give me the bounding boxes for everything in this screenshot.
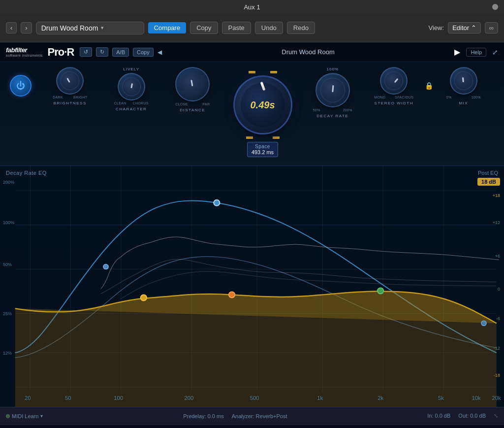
svg-text:5k: 5k: [438, 395, 444, 401]
character-labels: CLEAN CHORUS: [114, 101, 149, 105]
preset-name-text: Drum Wood Room: [41, 24, 98, 32]
plugin-footer: FF Pro-R: [0, 425, 504, 428]
svg-text:10k: 10k: [472, 395, 481, 401]
eq-area: Decay Rate EQ Post EQ 18 dB 200% 100% 50…: [0, 165, 504, 407]
svg-text:1k: 1k: [317, 395, 323, 401]
plugin-topbar: fabfilter software instruments Pro·R ↺ ↻…: [0, 42, 504, 62]
arrow-right-icon[interactable]: ▶: [454, 47, 460, 57]
svg-text:20: 20: [25, 395, 31, 401]
resize-icon[interactable]: ⤡: [494, 413, 498, 419]
svg-text:500: 500: [250, 395, 259, 401]
decay-labels: 50% 200%: [313, 108, 352, 112]
preset-name-display[interactable]: Drum Wood Room ▾: [36, 22, 144, 34]
gold-bar-right: [270, 71, 277, 73]
mix-knob-group: 0% 100% MIX: [433, 67, 495, 105]
character-knob[interactable]: [118, 73, 145, 100]
svg-point-27: [378, 288, 383, 294]
eq-dot-blue-peak: [214, 200, 220, 206]
stereo-width-knob[interactable]: [380, 67, 408, 95]
plugin-preset-name: Drum Wood Room: [168, 48, 449, 56]
copy-button[interactable]: Copy: [190, 22, 218, 34]
mix-labels: 0% 100%: [446, 96, 481, 99]
svg-text:20k: 20k: [492, 395, 502, 401]
prev-preset-button[interactable]: ‹: [6, 22, 17, 33]
in-level: In: 0.0 dB: [427, 413, 450, 419]
fabfilter-logo: fabfilter software instruments: [6, 47, 43, 58]
daw-bar: ‹ › Drum Wood Room ▾ Compare Copy Paste …: [0, 14, 504, 42]
predelay-label: Predelay: 0.0 ms: [183, 413, 224, 419]
stereo-width-knob-group: MONO SPACIOUS STEREO WIDTH: [363, 67, 425, 105]
ab-button[interactable]: A/B: [112, 48, 129, 57]
analyzer-label: Analyzer: Reverb+Post: [232, 413, 287, 419]
svg-point-28: [481, 321, 486, 326]
midi-learn-label[interactable]: MIDI Learn: [12, 413, 38, 419]
mix-knob[interactable]: [450, 67, 477, 95]
svg-text:50: 50: [65, 395, 71, 401]
power-icon: ⏻: [16, 81, 25, 91]
eq-canvas: 20 50 100 200 500 1k 2k 5k 10k 20k: [0, 166, 504, 407]
stereo-width-labels: MONO SPACIOUS: [374, 96, 413, 99]
svg-point-26: [229, 292, 235, 297]
status-mid: Predelay: 0.0 ms Analyzer: Reverb+Post: [49, 413, 421, 419]
distance-knob[interactable]: [175, 67, 210, 101]
knobs-area: ⏻ DARK BRIGHT BRIGHTNESS LIVELY: [0, 62, 504, 161]
view-select[interactable]: Editor ⌃: [448, 22, 481, 33]
decay-rate-knob[interactable]: [315, 73, 350, 107]
redo-icon[interactable]: ↻: [96, 47, 108, 57]
title-bar: Aux 1: [0, 0, 504, 14]
status-right: In: 0.0 dB Out: 0.0 dB ⤡: [427, 413, 498, 419]
midi-learn-section: MIDI Learn ▾: [6, 413, 43, 419]
svg-point-25: [141, 295, 147, 300]
gold-bar-bl: [246, 136, 253, 139]
space-knob-group: 0.49s Space 493.2 ms: [228, 67, 297, 157]
space-tooltip: Space 493.2 ms: [247, 142, 278, 157]
expand-icon[interactable]: ⤢: [492, 48, 498, 56]
paste-button[interactable]: Paste: [222, 22, 251, 34]
window-controls: [489, 4, 498, 10]
view-section: View: Editor ⌃ ∞: [429, 22, 498, 33]
gold-bar-br: [273, 136, 280, 139]
arrow-left-icon[interactable]: ◀: [158, 49, 162, 56]
link-button[interactable]: ∞: [485, 22, 498, 33]
redo-button[interactable]: Redo: [287, 22, 315, 34]
preset-dropdown-arrow: ▾: [101, 25, 104, 31]
plugin-area: fabfilter software instruments Pro·R ↺ ↻…: [0, 42, 504, 428]
space-value: 0.49s: [250, 99, 275, 111]
svg-text:200: 200: [185, 395, 194, 401]
help-button[interactable]: Help: [466, 48, 486, 57]
midi-dot: [6, 414, 10, 418]
next-preset-button[interactable]: ›: [21, 22, 32, 33]
brightness-labels: DARK BRIGHT: [53, 96, 87, 99]
undo-icon[interactable]: ↺: [80, 47, 92, 57]
lock-icon[interactable]: 🔒: [425, 67, 433, 90]
character-knob-group: LIVELY CLEAN CHORUS CHARACTER: [101, 67, 162, 111]
brightness-knob[interactable]: [56, 67, 84, 95]
gold-bar-left: [249, 71, 255, 73]
status-bar: MIDI Learn ▾ Predelay: 0.0 ms Analyzer: …: [0, 407, 504, 425]
midi-dropdown-icon[interactable]: ▾: [40, 413, 43, 419]
svg-text:100: 100: [114, 395, 123, 401]
svg-text:2k: 2k: [378, 395, 383, 401]
window-button[interactable]: [492, 4, 498, 10]
plugin-copy-button[interactable]: Copy: [133, 48, 154, 57]
power-button[interactable]: ⏻: [10, 75, 32, 97]
brightness-knob-group: DARK BRIGHT BRIGHTNESS: [39, 67, 101, 105]
svg-point-24: [103, 264, 108, 269]
distance-knob-group: CLOSE FAR DISTANCE: [162, 67, 223, 112]
space-knob[interactable]: 0.49s: [233, 75, 292, 134]
plugin-top-controls: ↺ ↻ A/B Copy ◀: [80, 47, 161, 57]
compare-button[interactable]: Compare: [148, 22, 186, 33]
window-title: Aux 1: [244, 3, 260, 11]
out-level: Out: 0.0 dB: [458, 413, 486, 419]
product-logo: Pro·R: [48, 46, 74, 59]
view-label: View:: [429, 24, 444, 32]
distance-labels: CLOSE FAR: [175, 102, 210, 106]
decay-rate-knob-group: 100% 50% 200% DECAY RATE: [302, 67, 364, 118]
undo-button[interactable]: Undo: [255, 22, 283, 34]
